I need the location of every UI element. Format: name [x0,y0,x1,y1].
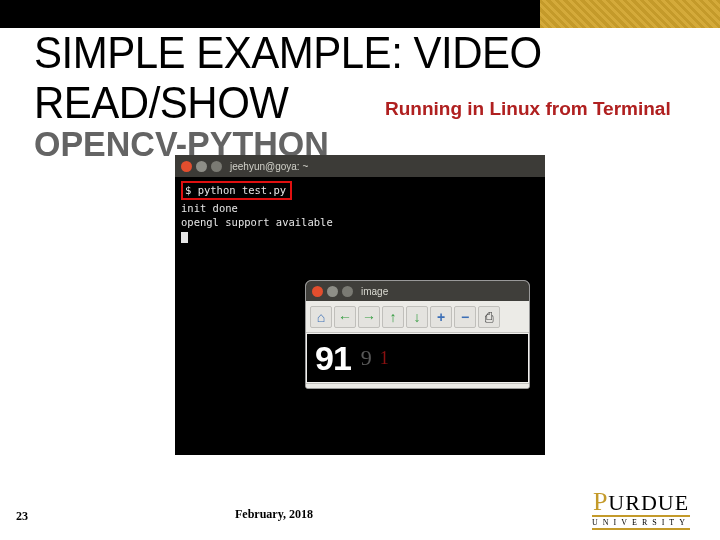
purdue-logo-main: PURDUE [592,487,690,517]
image-display-window: image ⌂ ← → ↑ ↓ + − ⎙ 91 9 1 [305,280,530,389]
terminal-prompt: $ [185,184,198,196]
footer-date: February, 2018 [235,507,313,522]
image-window-titlebar: image [306,281,529,301]
top-black-gold-bar [0,0,720,28]
display-number-big: 91 [315,339,351,378]
command-line-highlight: $ python test.py [181,181,292,200]
imgwin-max-icon [342,286,353,297]
terminal-line-1: init done [181,202,238,214]
imgwin-close-icon [312,286,323,297]
toolbar-home-icon[interactable]: ⌂ [310,306,332,328]
toolbar-zoom-out-icon[interactable]: − [454,306,476,328]
window-close-icon [181,161,192,172]
terminal-screenshot: jeehyun@goya: ~ $ python test.py init do… [175,155,545,455]
terminal-line-2: opengl support available [181,216,333,228]
toolbar-forward-icon[interactable]: → [358,306,380,328]
image-window-toolbar: ⌂ ← → ↑ ↓ + − ⎙ [306,301,529,333]
window-min-icon [196,161,207,172]
image-window-footer [306,383,529,388]
terminal-titlebar: jeehyun@goya: ~ [175,155,545,177]
page-number: 23 [16,509,28,524]
image-content: 91 9 1 [307,334,528,382]
terminal-cmd: python test.py [198,184,287,196]
running-note: Running in Linux from Terminal [385,98,671,120]
display-number-small: 1 [380,348,389,369]
terminal-body: $ python test.py init done opengl suppor… [175,177,545,250]
image-window-title: image [361,286,388,297]
purdue-logo: PURDUE UNIVERSITY [592,487,690,530]
toolbar-zoom-in-icon[interactable]: + [430,306,452,328]
window-max-icon [211,161,222,172]
display-number-mid: 9 [361,345,372,371]
toolbar-down-icon[interactable]: ↓ [406,306,428,328]
imgwin-min-icon [327,286,338,297]
toolbar-back-icon[interactable]: ← [334,306,356,328]
terminal-cursor [181,232,188,243]
toolbar-up-icon[interactable]: ↑ [382,306,404,328]
terminal-titlebar-label: jeehyun@goya: ~ [230,161,308,172]
toolbar-save-icon[interactable]: ⎙ [478,306,500,328]
purdue-logo-sub: UNIVERSITY [592,515,690,530]
